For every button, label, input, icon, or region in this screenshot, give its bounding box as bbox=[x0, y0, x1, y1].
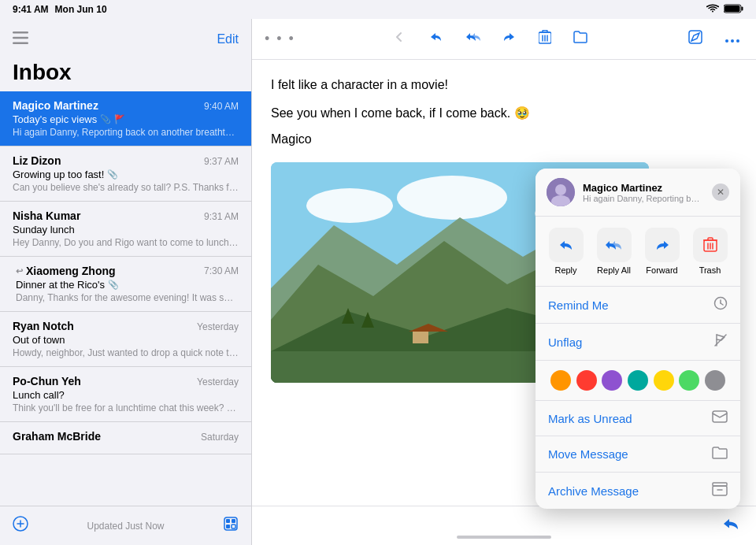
svg-rect-1 bbox=[742, 6, 743, 10]
popup-remind-me[interactable]: Remind Me bbox=[536, 287, 740, 324]
popup-reply-all-button[interactable]: Reply All bbox=[595, 228, 634, 275]
color-orange[interactable] bbox=[550, 370, 571, 391]
svg-rect-2 bbox=[724, 6, 740, 12]
color-purple[interactable] bbox=[602, 370, 622, 391]
action-popup: Magico Martinez Hi again Danny, Reportin… bbox=[536, 169, 740, 509]
popup-reply-button[interactable]: Reply bbox=[547, 228, 586, 275]
status-time: 9:41 AM bbox=[13, 4, 49, 15]
forward-icon bbox=[645, 228, 680, 262]
popup-unflag-label: Unflag bbox=[548, 336, 582, 349]
previous-button[interactable] bbox=[389, 27, 410, 51]
app-container: Edit Inbox Magico Martinez 9:40 AM Today… bbox=[0, 19, 756, 545]
reply-all-icon bbox=[597, 228, 632, 262]
email-view-panel: • • • bbox=[252, 19, 756, 545]
svg-rect-50 bbox=[713, 486, 727, 495]
trash-icon bbox=[693, 228, 728, 262]
svg-rect-13 bbox=[232, 525, 235, 528]
popup-trash-button[interactable]: Trash bbox=[691, 228, 730, 275]
compose-button[interactable] bbox=[13, 516, 28, 536]
mail-time: Saturday bbox=[201, 432, 239, 443]
reply-compose-button[interactable] bbox=[721, 515, 740, 537]
mail-item[interactable]: Po-Chun Yeh Yesterday Lunch call? Think … bbox=[0, 367, 251, 422]
popup-mark-unread[interactable]: Mark as Unread bbox=[536, 401, 740, 436]
mail-time: Yesterday bbox=[197, 376, 239, 387]
email-toolbar: • • • bbox=[252, 19, 756, 60]
email-signature: Magico bbox=[271, 132, 737, 146]
svg-point-20 bbox=[725, 39, 728, 43]
svg-rect-49 bbox=[713, 411, 727, 422]
mail-sender: Liz Dizon bbox=[13, 154, 61, 167]
battery-icon bbox=[724, 4, 743, 16]
sidebar-toggle-button[interactable] bbox=[13, 32, 28, 48]
mail-time: 9:40 AM bbox=[204, 101, 239, 112]
svg-rect-51 bbox=[713, 483, 727, 486]
popup-archive-message[interactable]: Archive Message bbox=[536, 473, 740, 509]
popup-forward-label: Forward bbox=[646, 265, 677, 275]
mail-item[interactable]: Ryan Notch Yesterday Out of town Howdy, … bbox=[0, 312, 251, 367]
popup-remind-label: Remind Me bbox=[548, 298, 609, 312]
clock-icon bbox=[713, 296, 728, 313]
reply-icon bbox=[549, 228, 584, 262]
svg-rect-5 bbox=[13, 42, 28, 44]
svg-point-25 bbox=[397, 176, 507, 220]
edit-button[interactable]: Edit bbox=[217, 32, 239, 46]
delete-button[interactable] bbox=[536, 27, 554, 51]
svg-rect-31 bbox=[413, 332, 428, 343]
svg-point-21 bbox=[731, 39, 734, 43]
color-gray[interactable] bbox=[705, 370, 725, 391]
status-date: Mon Jun 10 bbox=[55, 4, 107, 15]
svg-rect-11 bbox=[226, 525, 230, 528]
mail-item[interactable]: Liz Dizon 9:37 AM Growing up too fast! 📎… bbox=[0, 146, 251, 202]
mail-subject: Dinner at the Rico's 📎 bbox=[16, 279, 239, 291]
filter-button[interactable] bbox=[223, 516, 239, 536]
mail-item[interactable]: Nisha Kumar 9:31 AM Sunday lunch Hey Dan… bbox=[0, 202, 251, 257]
popup-header-info: Magico Martinez Hi again Danny, Reportin… bbox=[583, 182, 704, 203]
mail-item[interactable]: ↩ Xiaomeng Zhong 7:30 AM Dinner at the R… bbox=[0, 257, 251, 312]
color-teal[interactable] bbox=[628, 370, 648, 391]
more-options-button[interactable] bbox=[721, 28, 743, 50]
popup-avatar bbox=[547, 178, 575, 206]
svg-point-38 bbox=[555, 184, 566, 195]
svg-rect-12 bbox=[232, 519, 235, 523]
status-bar: 9:41 AM Mon Jun 10 bbox=[0, 0, 756, 19]
updated-text: Updated Just Now bbox=[28, 521, 223, 532]
archive-icon bbox=[712, 482, 728, 499]
reply-button[interactable] bbox=[425, 27, 446, 51]
folder-icon bbox=[712, 446, 728, 462]
popup-forward-button[interactable]: Forward bbox=[643, 228, 682, 275]
popup-header: Magico Martinez Hi again Danny, Reportin… bbox=[536, 169, 740, 217]
folder-button[interactable] bbox=[570, 28, 591, 50]
attach-icon: 📎 bbox=[107, 169, 118, 180]
inbox-title: Inbox bbox=[0, 60, 251, 91]
mail-time: 7:30 AM bbox=[204, 265, 239, 276]
color-dots-row bbox=[536, 361, 740, 401]
mail-list-toolbar: Edit bbox=[0, 19, 251, 60]
popup-move-label: Move Message bbox=[548, 447, 628, 461]
reply-all-button[interactable] bbox=[461, 27, 484, 51]
flag-slash-icon bbox=[713, 333, 728, 350]
popup-reply-label: Reply bbox=[554, 265, 576, 275]
forward-button[interactable] bbox=[499, 27, 520, 51]
mail-sender: Po-Chun Yeh bbox=[13, 375, 81, 387]
mail-item[interactable]: Graham McBride Saturday bbox=[0, 422, 251, 454]
color-yellow[interactable] bbox=[654, 370, 674, 391]
mail-preview: Howdy, neighbor, Just wanted to drop a q… bbox=[13, 347, 239, 358]
attach-icon: 📎 bbox=[100, 114, 111, 124]
color-green[interactable] bbox=[679, 370, 699, 391]
popup-move-message[interactable]: Move Message bbox=[536, 436, 740, 473]
mail-preview: Think you'll be free for a lunchtime cha… bbox=[13, 402, 239, 413]
mail-subject: Sunday lunch bbox=[13, 224, 239, 235]
mail-preview: Can you believe she's already so tall? P… bbox=[13, 182, 239, 193]
popup-preview-text: Hi again Danny, Reporting back o... bbox=[583, 194, 701, 203]
mail-time: Yesterday bbox=[197, 321, 239, 332]
mail-list-bottom: Updated Just Now bbox=[0, 506, 251, 545]
mail-sender: ↩ Xiaomeng Zhong bbox=[16, 265, 116, 277]
attach-icon: 📎 bbox=[108, 280, 119, 290]
color-red[interactable] bbox=[576, 370, 597, 391]
popup-close-button[interactable]: ✕ bbox=[712, 184, 729, 201]
compose-toolbar-button[interactable] bbox=[685, 27, 706, 51]
popup-unflag[interactable]: Unflag bbox=[536, 324, 740, 361]
mail-item[interactable]: Magico Martinez 9:40 AM Today's epic vie… bbox=[0, 91, 251, 146]
popup-sender-name: Magico Martinez bbox=[583, 182, 704, 194]
mail-subject: Out of town bbox=[13, 334, 239, 346]
